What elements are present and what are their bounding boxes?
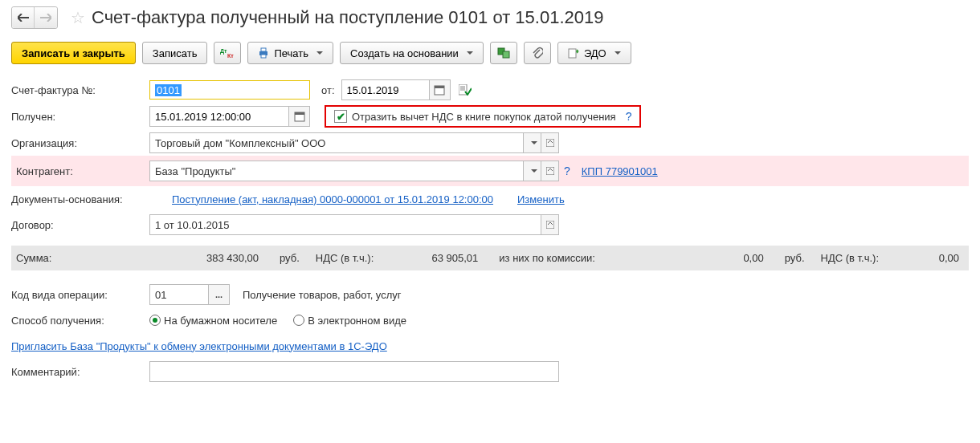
nav-buttons <box>11 6 58 29</box>
chevron-down-icon <box>531 169 537 173</box>
open-icon <box>546 167 554 175</box>
vat2-value: 0,00 <box>895 252 959 264</box>
chevron-down-icon <box>531 141 537 144</box>
checkmark-icon: ✔ <box>337 111 345 123</box>
svg-rect-9 <box>435 86 444 88</box>
counterparty-label: Контрагент: <box>11 165 149 177</box>
related-icon <box>497 47 510 59</box>
op-code-desc: Получение товаров, работ, услуг <box>243 289 402 301</box>
printer-icon <box>258 47 269 59</box>
arrow-left-icon <box>18 14 29 22</box>
commission-value: 0,00 <box>716 252 764 264</box>
open-icon <box>546 139 554 147</box>
back-button[interactable] <box>12 7 35 28</box>
svg-rect-7 <box>569 49 576 58</box>
calendar-icon <box>434 84 445 96</box>
chevron-down-icon <box>316 51 323 55</box>
calendar-button[interactable] <box>289 106 310 127</box>
document-ok-icon[interactable] <box>459 84 472 96</box>
op-code-choose-button[interactable]: ... <box>208 285 229 304</box>
forward-button[interactable] <box>35 7 57 28</box>
print-label: Печать <box>274 47 308 59</box>
chevron-down-icon <box>467 51 473 55</box>
received-input[interactable] <box>149 106 289 127</box>
related-button[interactable] <box>490 42 517 64</box>
save-label: Записать <box>153 47 198 59</box>
save-close-label: Записать и закрыть <box>22 47 125 59</box>
sum-value: 383 430,00 <box>170 252 259 264</box>
svg-text:Кт: Кт <box>227 53 234 59</box>
commission-label: из них по комиссии: <box>499 252 595 264</box>
org-input[interactable]: Торговый дом "Комплексный" ООО <box>150 133 523 152</box>
basis-doc-link[interactable]: Поступление (акт, накладная) 0000-000001… <box>172 193 493 205</box>
method-electronic-radio[interactable]: В электронном виде <box>293 315 406 327</box>
edo-icon <box>568 47 579 59</box>
help-icon[interactable]: ? <box>564 165 570 177</box>
calendar-button[interactable] <box>430 79 451 100</box>
method-electronic-label: В электронном виде <box>308 315 406 327</box>
org-label: Организация: <box>11 137 149 149</box>
vat-value: 63 905,01 <box>390 252 478 264</box>
help-icon[interactable]: ? <box>626 110 632 123</box>
from-label: от: <box>321 84 335 96</box>
comment-label: Комментарий: <box>11 366 149 378</box>
invite-edo-link[interactable]: Пригласить База "Продукты" к обмену элек… <box>11 340 387 352</box>
arrow-right-icon <box>40 14 51 22</box>
svg-rect-4 <box>261 55 266 58</box>
change-link[interactable]: Изменить <box>517 193 565 205</box>
open-icon <box>546 221 554 229</box>
received-label: Получен: <box>11 111 149 123</box>
invoice-no-input[interactable]: 0101 <box>149 80 310 100</box>
postings-button[interactable]: ДтКт <box>214 42 241 64</box>
svg-text:Дт: Дт <box>220 48 227 55</box>
save-button[interactable]: Записать <box>142 42 208 64</box>
calendar-icon <box>294 111 305 122</box>
dropdown-button[interactable] <box>523 161 541 181</box>
toolbar: Записать и закрыть Записать ДтКт Печать … <box>11 42 969 64</box>
invoice-no-label: Счет-фактура №: <box>11 84 149 96</box>
page-title: Счет-фактура полученный на поступление 0… <box>92 7 603 28</box>
svg-rect-15 <box>295 112 304 115</box>
open-button[interactable] <box>541 133 558 152</box>
reflect-vat-checkbox[interactable]: ✔ <box>334 110 347 123</box>
comment-input[interactable] <box>149 361 559 382</box>
method-label: Способ получения: <box>11 315 149 327</box>
method-paper-radio[interactable]: На бумажном носителе <box>149 315 277 327</box>
op-code-input[interactable]: 01 <box>150 285 208 304</box>
dropdown-button[interactable] <box>523 133 541 152</box>
vat-label: НДС (в т.ч.): <box>316 252 374 264</box>
reflect-vat-label: Отразить вычет НДС в книге покупок датой… <box>352 111 616 123</box>
reflect-vat-highlight: ✔ Отразить вычет НДС в книге покупок дат… <box>325 105 641 128</box>
create-based-button[interactable]: Создать на основании <box>340 42 484 64</box>
create-based-label: Создать на основании <box>350 47 459 59</box>
open-button[interactable] <box>541 215 558 234</box>
radio-icon <box>293 315 304 326</box>
paperclip-icon <box>532 47 543 59</box>
contract-input[interactable]: 1 от 10.01.2015 <box>150 215 541 234</box>
save-close-button[interactable]: Записать и закрыть <box>11 42 136 64</box>
rub-label: руб. <box>280 252 300 264</box>
sums-panel: Сумма: 383 430,00 руб. НДС (в т.ч.): 63 … <box>11 246 969 270</box>
favorite-star-icon[interactable]: ☆ <box>71 8 85 27</box>
kpp-link[interactable]: КПП 779901001 <box>582 165 658 177</box>
open-button[interactable] <box>541 161 558 181</box>
contract-label: Договор: <box>11 219 149 231</box>
dt-kt-icon: ДтКт <box>220 47 235 59</box>
chevron-down-icon <box>615 51 621 55</box>
svg-rect-3 <box>261 48 266 51</box>
edo-label: ЭДО <box>584 47 606 59</box>
counterparty-input[interactable]: База "Продукты" <box>150 161 523 181</box>
invoice-no-value: 0101 <box>155 84 182 96</box>
radio-icon <box>149 315 161 326</box>
print-button[interactable]: Печать <box>247 42 333 64</box>
attach-button[interactable] <box>524 42 551 64</box>
basis-label: Документы-основания: <box>11 193 172 205</box>
from-date-input[interactable] <box>341 79 430 100</box>
svg-rect-6 <box>503 51 509 58</box>
sum-label: Сумма: <box>16 252 154 264</box>
vat2-label: НДС (в т.ч.): <box>821 252 880 264</box>
method-paper-label: На бумажном носителе <box>164 315 277 327</box>
op-code-label: Код вида операции: <box>11 289 149 301</box>
edo-button[interactable]: ЭДО <box>557 42 631 64</box>
rub-label: руб. <box>785 252 805 264</box>
